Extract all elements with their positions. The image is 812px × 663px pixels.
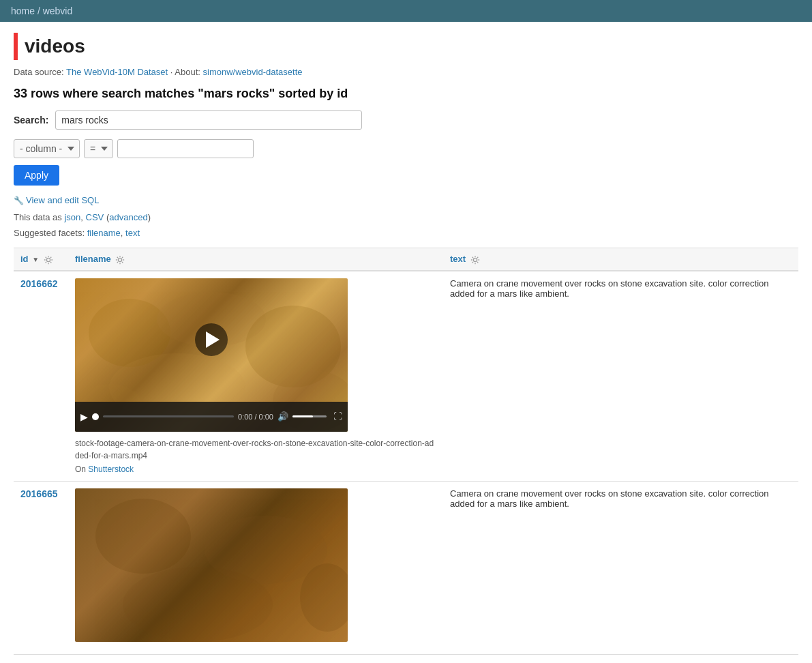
video-container-2: [75, 488, 348, 642]
id-sort-link[interactable]: id: [20, 254, 29, 264]
advanced-link[interactable]: advanced: [109, 212, 147, 222]
data-source-label: Data source:: [14, 67, 64, 77]
filename-text-1: stock-footage-camera-on-crane-movement-o…: [75, 437, 436, 462]
text-sort-link[interactable]: text: [450, 254, 466, 264]
svg-point-11: [123, 567, 273, 642]
thumb-bg-2: [75, 488, 348, 642]
table-row: 2016665: [14, 481, 798, 654]
cell-text-2: Camera on crane movement over rocks on s…: [443, 481, 798, 654]
id-link-2[interactable]: 2016665: [20, 488, 58, 499]
svg-point-0: [46, 258, 50, 261]
data-as-prefix: This data as: [14, 212, 62, 222]
play-triangle-1: [206, 332, 220, 348]
sort-arrow-icon: ▼: [32, 256, 39, 263]
ctrl-progress-bar-1[interactable]: [103, 415, 234, 417]
search-input[interactable]: [55, 110, 362, 130]
cell-id-1: 2016662: [14, 271, 68, 482]
apply-button[interactable]: Apply: [14, 165, 59, 186]
id-settings-icon[interactable]: [44, 255, 53, 265]
cell-filename-1: ▶ 0:00 / 0:00 🔊 ⛶: [68, 271, 443, 482]
cell-filename-2: [68, 481, 443, 654]
play-overlay-1[interactable]: [75, 278, 348, 402]
data-as-row: This data as json, CSV (advanced): [14, 212, 798, 222]
main-content: videos Data source: The WebVid-10M Datas…: [0, 22, 812, 663]
rock-texture-svg-2: [75, 488, 348, 642]
svg-point-9: [95, 499, 191, 574]
ctrl-progress-dot-1: [92, 413, 99, 420]
top-nav: home / webvid: [0, 0, 812, 22]
table-header: id ▼ filename text: [14, 248, 798, 271]
ctrl-time-1: 0:00 / 0:00: [238, 413, 273, 421]
id-link-1[interactable]: 2016662: [20, 278, 58, 289]
play-circle-1[interactable]: [195, 323, 228, 356]
table-body: 2016662: [14, 271, 798, 655]
ctrl-fullscreen-btn-1[interactable]: ⛶: [333, 411, 342, 422]
video-thumbnail-1: ▶ 0:00 / 0:00 🔊 ⛶: [75, 278, 348, 432]
facets-row: Suggested facets: filename, text: [14, 228, 798, 238]
cell-id-2: 2016665: [14, 481, 68, 654]
cell-text-1: Camera on crane movement over rocks on s…: [443, 271, 798, 482]
red-bar-decoration: [14, 33, 18, 60]
about-separator: · About:: [170, 67, 200, 77]
text-value-2: Camera on crane movement over rocks on s…: [450, 488, 769, 509]
on-label-1: On Shutterstock: [75, 465, 436, 474]
data-source-link[interactable]: The WebVid-10M Dataset: [66, 67, 168, 77]
filter-value-input[interactable]: [117, 139, 254, 158]
data-table: id ▼ filename text: [14, 248, 798, 655]
ctrl-volume-btn-1[interactable]: 🔊: [277, 411, 288, 422]
col-header-filename: filename: [68, 248, 443, 271]
breadcrumb: home / webvid: [11, 5, 72, 16]
csv-link[interactable]: CSV: [86, 212, 104, 222]
text-settings-icon[interactable]: [470, 255, 480, 265]
svg-point-1: [119, 258, 122, 261]
facets-prefix: Suggested facets:: [14, 228, 85, 238]
svg-point-2: [473, 258, 477, 261]
video-controls-bar-1: ▶ 0:00 / 0:00 🔊 ⛶: [75, 402, 348, 432]
sql-link[interactable]: View and edit SQL: [26, 195, 99, 205]
ctrl-volume-bar-1[interactable]: [292, 415, 327, 417]
text-value-1: Camera on crane movement over rocks on s…: [450, 278, 769, 299]
filter-row: - column - =: [14, 139, 798, 158]
col-header-id: id ▼: [14, 248, 68, 271]
ctrl-play-btn-1[interactable]: ▶: [80, 411, 88, 422]
data-source-row: Data source: The WebVid-10M Dataset · Ab…: [14, 67, 798, 77]
row-count-heading: 33 rows where search matches "mars rocks…: [14, 87, 798, 101]
ctrl-volume-fill-1: [292, 415, 313, 417]
column-filter-select[interactable]: - column -: [14, 139, 80, 158]
facets-text-link[interactable]: text: [125, 228, 140, 238]
col-header-text: text: [443, 248, 798, 271]
search-label: Search:: [14, 115, 48, 126]
json-link[interactable]: json: [64, 212, 80, 222]
on-text-1: On: [75, 465, 86, 474]
sql-link-row: 🔧View and edit SQL: [14, 195, 798, 205]
video-container-1: ▶ 0:00 / 0:00 🔊 ⛶: [75, 278, 348, 432]
table-row: 2016662: [14, 271, 798, 482]
filename-settings-icon[interactable]: [115, 255, 125, 265]
page-title: videos: [25, 35, 85, 57]
wrench-icon: 🔧: [14, 196, 24, 205]
filename-sort-link[interactable]: filename: [75, 254, 111, 264]
video-thumbnail-2: [75, 488, 348, 642]
search-row: Search:: [14, 110, 798, 130]
operator-filter-select[interactable]: =: [84, 139, 113, 158]
facets-filename-link[interactable]: filename: [87, 228, 121, 238]
about-link[interactable]: simonw/webvid-datasette: [203, 67, 303, 77]
page-title-area: videos: [14, 33, 798, 60]
on-link-1[interactable]: Shutterstock: [88, 465, 134, 474]
